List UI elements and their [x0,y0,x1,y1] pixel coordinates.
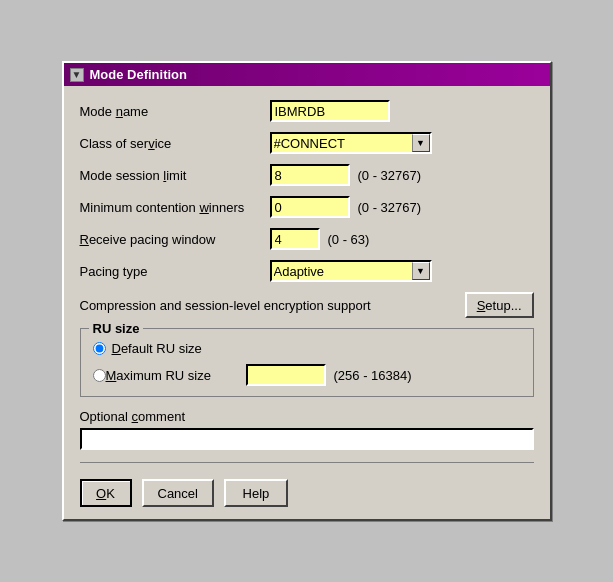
default-ru-radio[interactable] [93,342,106,355]
help-button[interactable]: Help [224,479,288,507]
mode-name-input[interactable] [270,100,390,122]
class-of-service-select-wrapper[interactable]: #CONNECT ▼ [270,132,432,154]
mode-name-label: Mode name [80,104,270,119]
cancel-button[interactable]: Cancel [142,479,214,507]
mode-session-limit-row: Mode session limit (0 - 32767) [80,164,534,186]
min-contention-input[interactable] [270,196,350,218]
receive-pacing-label: Receive pacing window [80,232,270,247]
max-ru-row: Maximum RU size (256 - 16384) [93,364,521,386]
min-contention-label: Minimum contention winners [80,200,270,215]
title-bar: ▼ Mode Definition [64,63,550,86]
max-ru-input[interactable] [246,364,326,386]
compression-label: Compression and session-level encryption… [80,298,465,313]
mode-session-limit-label: Mode session limit [80,168,270,183]
class-of-service-dropdown-btn[interactable]: ▼ [412,134,430,152]
button-row: OK Cancel Help [80,475,534,507]
class-of-service-row: Class of service #CONNECT ▼ [80,132,534,154]
pacing-type-label: Pacing type [80,264,270,279]
default-ru-row: Default RU size [93,341,521,356]
optional-comment-input[interactable] [80,428,534,450]
max-ru-range: (256 - 16384) [334,368,412,383]
ru-size-group: RU size Default RU size Maximum RU size … [80,328,534,397]
pacing-type-select[interactable]: Adaptive Fixed None [272,262,412,280]
receive-pacing-input[interactable] [270,228,320,250]
mode-session-limit-range: (0 - 32767) [358,168,422,183]
receive-pacing-range: (0 - 63) [328,232,370,247]
optional-comment-label: Optional comment [80,409,534,424]
max-ru-radio[interactable] [93,369,106,382]
ru-size-legend: RU size [89,321,144,336]
mode-definition-window: ▼ Mode Definition Mode name Class of ser… [62,61,552,521]
window-title: Mode Definition [90,67,188,82]
title-bar-icon: ▼ [70,68,84,82]
mode-session-limit-input[interactable] [270,164,350,186]
default-ru-label: Default RU size [112,341,202,356]
pacing-type-dropdown-btn[interactable]: ▼ [412,262,430,280]
min-contention-row: Minimum contention winners (0 - 32767) [80,196,534,218]
mode-name-row: Mode name [80,100,534,122]
optional-comment-section: Optional comment [80,409,534,450]
max-ru-label: Maximum RU size [106,368,246,383]
class-of-service-select[interactable]: #CONNECT [272,134,412,152]
class-of-service-label: Class of service [80,136,270,151]
separator [80,462,534,463]
compression-row: Compression and session-level encryption… [80,292,534,318]
ok-button[interactable]: OK [80,479,132,507]
pacing-type-select-wrapper[interactable]: Adaptive Fixed None ▼ [270,260,432,282]
receive-pacing-row: Receive pacing window (0 - 63) [80,228,534,250]
setup-button[interactable]: Setup... [465,292,534,318]
form-content: Mode name Class of service #CONNECT ▼ Mo… [64,86,550,519]
min-contention-range: (0 - 32767) [358,200,422,215]
pacing-type-row: Pacing type Adaptive Fixed None ▼ [80,260,534,282]
